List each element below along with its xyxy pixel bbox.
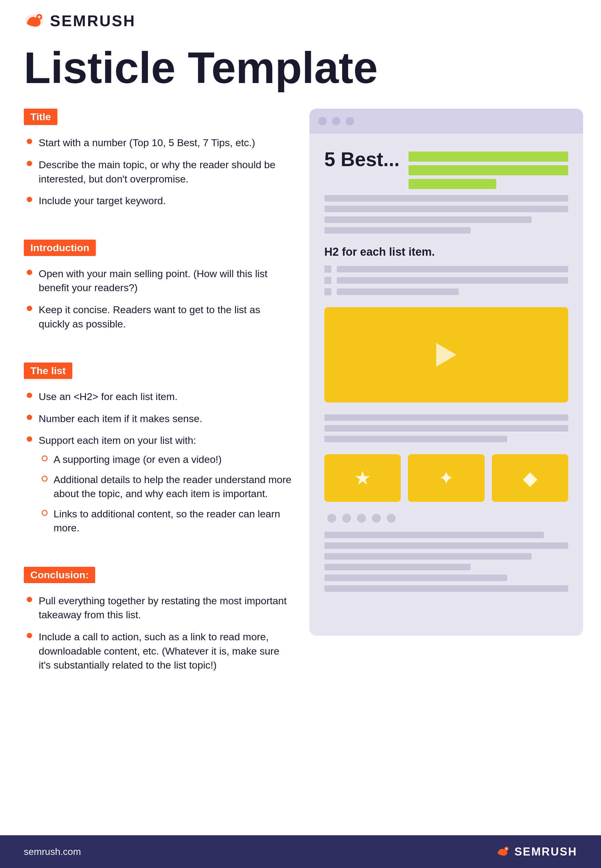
check-bar-row [324,266,568,273]
intro-gray-bars [324,195,568,234]
list-item: Use an <H2> for each list item. [24,390,291,404]
sub-list-item: Additional details to help the reader un… [39,473,291,501]
header: SEMRUSH [0,0,601,39]
nav-dot-1 [327,514,336,523]
conclusion-bullet-list: Pull everything together by restating th… [24,594,291,672]
conclusion-tag: Conclusion: [24,567,95,583]
footer-logo-icon [496,846,510,857]
mockup-h2: H2 for each list item. [324,246,568,258]
video-block [324,307,568,402]
green-bar-1 [409,151,568,162]
page-title: Listicle Template [0,39,601,108]
check-bar-line [337,266,568,272]
gray-bar [324,542,568,549]
gray-bar [324,195,568,202]
play-button-icon [436,343,456,367]
logo-text: SEMRUSH [50,12,136,30]
dots-row [324,514,568,523]
list-item: Include a call to action, such as a link… [24,630,291,672]
gray-bar [324,532,544,538]
gray-bar [324,216,532,223]
gray-bar [324,553,532,559]
browser-body: 5 Best... H2 for each list item. [310,134,583,618]
gray-bar [324,414,568,421]
check-bar-line [337,277,568,284]
mockup-text-bars [324,414,568,442]
check-square [324,266,331,273]
list-item: Number each item if it makes sense. [24,412,291,426]
list-item: Include your target keyword. [24,194,291,208]
check-square [324,288,331,295]
title-section: Title Start with a number (Top 10, 5 Bes… [24,108,291,215]
list-item: Keep it concise. Readers want to get to … [24,303,291,331]
sub-list-item: Links to additional content, so the read… [39,507,291,535]
list-item: Open with your main selling point. (How … [24,267,291,295]
green-bar-2 [409,165,568,175]
nav-dot-4 [372,514,381,523]
check-bars [324,266,568,295]
gray-bar [324,206,568,212]
star-box-2: ✦ [408,454,484,502]
nav-dot-2 [342,514,351,523]
list-item: Support each item on your list with: A s… [24,433,291,535]
star-icon-3: ◆ [523,467,537,489]
check-bar-row [324,277,568,284]
mockup-title-row: 5 Best... [324,148,568,189]
star-icon-1: ★ [354,467,371,489]
check-bar-row [324,288,568,295]
intro-bullet-list: Open with your main selling point. (How … [24,267,291,331]
footer-logo-text: SEMRUSH [514,845,577,858]
title-tag: Title [24,108,57,125]
bottom-gray-bars [324,532,568,592]
star-box-3: ◆ [492,454,568,502]
browser-dot-3 [346,117,354,125]
mockup-title-text: 5 Best... [324,148,400,171]
star-icon-2: ✦ [438,467,454,489]
sub-list-item: A supporting image (or even a video!) [39,452,291,467]
title-bullet-list: Start with a number (Top 10, 5 Best, 7 T… [24,136,291,208]
list-item: Describe the main topic, or why the read… [24,158,291,186]
nav-dot-3 [357,514,366,523]
check-square [324,277,331,284]
list-section: The list Use an <H2> for each list item.… [24,362,291,543]
stars-row: ★ ✦ ◆ [324,454,568,502]
right-column: 5 Best... H2 for each list item. [310,108,583,704]
browser-mockup: 5 Best... H2 for each list item. [310,108,583,636]
sub-bullet-list: A supporting image (or even a video!) Ad… [39,452,291,535]
gray-bar [324,564,471,570]
main-content: Title Start with a number (Top 10, 5 Bes… [0,108,601,704]
gray-bar [324,575,507,581]
intro-section: Introduction Open with your main selling… [24,240,291,339]
conclusion-section: Conclusion: Pull everything together by … [24,567,291,680]
green-bars-group [409,148,568,189]
semrush-logo-icon [24,13,45,29]
list-item: Start with a number (Top 10, 5 Best, 7 T… [24,136,291,150]
left-column: Title Start with a number (Top 10, 5 Bes… [24,108,291,704]
list-item: Pull everything together by restating th… [24,594,291,622]
star-box-1: ★ [324,454,401,502]
intro-tag: Introduction [24,240,96,256]
gray-bar [324,585,568,592]
browser-dot-1 [318,117,327,125]
gray-bar [324,436,507,442]
browser-dot-2 [332,117,340,125]
list-tag: The list [24,362,72,379]
footer-logo: SEMRUSH [496,845,577,858]
list-bullet-list: Use an <H2> for each list item. Number e… [24,390,291,535]
nav-dot-5 [387,514,396,523]
footer: semrush.com SEMRUSH [0,835,601,868]
check-bar-line [337,289,459,295]
green-bar-3 [409,179,496,189]
gray-bar [324,425,568,432]
gray-bar [324,227,471,234]
browser-bar [310,108,583,134]
footer-url: semrush.com [24,846,81,857]
